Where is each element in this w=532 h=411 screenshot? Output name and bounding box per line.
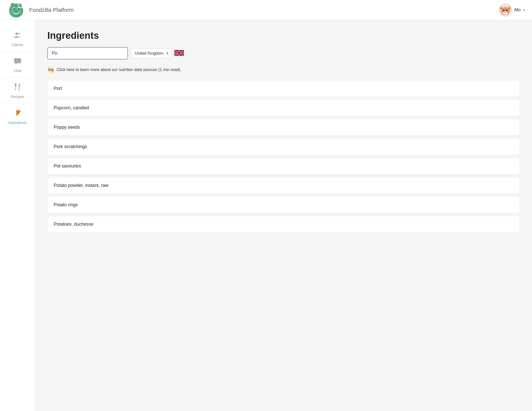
svg-point-19 bbox=[15, 32, 18, 35]
clients-icon bbox=[14, 31, 22, 41]
sidebar-item-clients-label: Clients bbox=[12, 43, 23, 47]
ingredient-card[interactable]: Poppy seeds bbox=[47, 119, 520, 136]
search-row: United Kingdom bbox=[47, 47, 520, 59]
sidebar-item-ingredients-label: Ingredients bbox=[8, 120, 27, 125]
sidebar-item-recipes[interactable]: Recipes bbox=[0, 78, 35, 104]
chevron-down-icon: ▾ bbox=[523, 8, 525, 12]
header: Foodzilla Platform Mo ▾ bbox=[0, 0, 532, 20]
sidebar: Clients Chat bbox=[0, 20, 35, 411]
ingredient-card[interactable]: Popcorn, candied bbox=[47, 99, 520, 116]
main-layout: Clients Chat bbox=[0, 20, 532, 411]
svg-point-8 bbox=[19, 10, 21, 13]
svg-rect-35 bbox=[174, 52, 184, 53]
svg-point-16 bbox=[503, 10, 505, 11]
country-select-wrapper: United Kingdom bbox=[131, 48, 171, 58]
main-content: Ingredients United Kingdom bbox=[35, 20, 532, 411]
sidebar-item-chat-label: Chat bbox=[14, 68, 22, 73]
svg-rect-21 bbox=[14, 58, 21, 63]
recipes-icon bbox=[14, 83, 22, 92]
svg-point-18 bbox=[505, 12, 506, 13]
uk-flag-icon bbox=[174, 50, 184, 57]
sidebar-item-chat[interactable]: Chat bbox=[0, 52, 35, 78]
username-label: Mo bbox=[514, 7, 521, 13]
country-select[interactable]: United Kingdom bbox=[131, 48, 171, 58]
svg-point-7 bbox=[11, 10, 13, 13]
ingredients-icon bbox=[14, 109, 22, 118]
info-notice[interactable]: 🧑‍🍳 Click here to learn more about our n… bbox=[47, 66, 520, 73]
sidebar-item-clients[interactable]: Clients bbox=[0, 26, 35, 52]
ingredient-card[interactable]: Potato rings bbox=[47, 196, 520, 213]
svg-point-6 bbox=[18, 8, 19, 10]
sidebar-item-ingredients[interactable]: Ingredients bbox=[0, 104, 35, 130]
svg-point-5 bbox=[13, 8, 15, 10]
svg-point-17 bbox=[506, 10, 508, 11]
svg-point-1 bbox=[11, 3, 15, 7]
avatar bbox=[499, 4, 512, 17]
ingredient-card[interactable]: Port bbox=[47, 80, 520, 97]
svg-marker-22 bbox=[16, 63, 17, 65]
ingredient-card[interactable]: Pot savouries bbox=[47, 158, 520, 175]
sidebar-item-recipes-label: Recipes bbox=[11, 94, 24, 99]
app-title: Foodzilla Platform bbox=[29, 7, 499, 13]
info-emoji: 🧑‍🍳 bbox=[47, 66, 54, 73]
info-text: Click here to learn more about our nutri… bbox=[57, 67, 181, 72]
ingredient-card[interactable]: Potato powder, instant, raw bbox=[47, 177, 520, 194]
chat-icon bbox=[14, 57, 22, 66]
ingredient-card[interactable]: Pork scratchings bbox=[47, 138, 520, 155]
svg-point-20 bbox=[18, 33, 20, 35]
page-title: Ingredients bbox=[47, 30, 520, 41]
ingredient-card[interactable]: Potatoes, duchesse bbox=[47, 216, 520, 233]
search-input[interactable] bbox=[47, 47, 128, 59]
user-menu[interactable]: Mo ▾ bbox=[499, 4, 525, 17]
ingredient-list: PortPopcorn, candiedPoppy seedsPork scra… bbox=[47, 80, 520, 233]
app-logo bbox=[7, 1, 25, 19]
